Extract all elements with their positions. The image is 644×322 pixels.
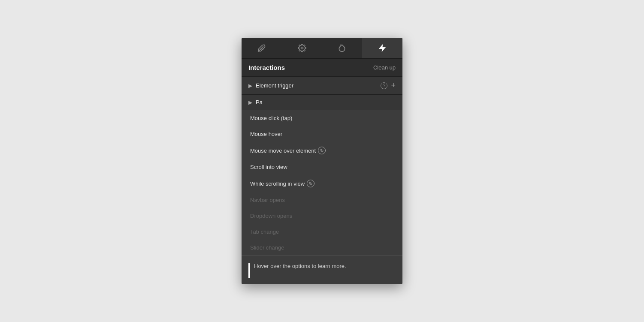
tab-brush[interactable]: [242, 38, 282, 58]
navbar-opens-label: Navbar opens: [250, 197, 285, 203]
menu-item-slider-change: Slider change: [242, 240, 402, 256]
tab-bar: [242, 38, 402, 59]
tab-change-label: Tab change: [250, 229, 279, 235]
clean-up-button[interactable]: Clean up: [373, 64, 396, 71]
drops-icon: [338, 44, 346, 52]
trigger-dropdown-menu: Mouse click (tap) Mouse hover Mouse move…: [242, 110, 402, 256]
menu-item-mouse-hover[interactable]: Mouse hover: [242, 126, 402, 142]
help-icon[interactable]: ?: [381, 82, 387, 89]
page-trigger-label: Pa: [256, 99, 263, 105]
svg-marker-3: [379, 45, 386, 52]
tab-settings[interactable]: [282, 38, 322, 58]
menu-item-mouse-click[interactable]: Mouse click (tap): [242, 110, 402, 126]
menu-item-scroll-into-view[interactable]: Scroll into view: [242, 159, 402, 175]
hint-text: Hover over the options to learn more.: [254, 262, 346, 271]
element-trigger-label: Element trigger: [256, 82, 378, 89]
menu-item-mouse-move[interactable]: Mouse move over element ↻: [242, 142, 402, 159]
spin-icon-1: ↻: [318, 147, 326, 154]
menu-item-navbar-opens: Navbar opens: [242, 192, 402, 208]
panel-header: Interactions Clean up: [242, 59, 402, 76]
menu-item-tab-change: Tab change: [242, 224, 402, 240]
chevron-right-icon-2: ▶: [248, 99, 252, 105]
dropdown-opens-label: Dropdown opens: [250, 213, 292, 219]
while-scrolling-label: While scrolling in view: [250, 181, 305, 187]
bolt-icon: [378, 44, 387, 52]
interactions-panel: Interactions Clean up ▶ Element trigger …: [242, 38, 402, 284]
mouse-click-label: Mouse click (tap): [250, 115, 292, 121]
menu-item-dropdown-opens: Dropdown opens: [242, 208, 402, 224]
menu-item-while-scrolling[interactable]: While scrolling in view ↻: [242, 175, 402, 192]
tab-drops[interactable]: [322, 38, 363, 58]
scroll-into-view-label: Scroll into view: [250, 164, 287, 170]
spin-icon-2: ↻: [307, 180, 314, 187]
svg-point-2: [301, 47, 303, 49]
chevron-right-icon: ▶: [248, 83, 252, 89]
hint-area: Hover over the options to learn more.: [242, 256, 402, 284]
slider-change-label: Slider change: [250, 244, 284, 251]
hint-bar: [248, 263, 250, 278]
add-trigger-icon[interactable]: +: [391, 81, 396, 90]
tab-interactions[interactable]: [362, 38, 402, 58]
element-trigger-section[interactable]: ▶ Element trigger ? +: [242, 76, 402, 94]
mouse-move-label: Mouse move over element: [250, 147, 316, 154]
mouse-hover-label: Mouse hover: [250, 131, 282, 137]
gear-icon: [298, 44, 306, 52]
panel-title: Interactions: [248, 64, 285, 71]
brush-icon: [257, 44, 266, 52]
page-trigger-section[interactable]: ▶ Pa: [242, 94, 402, 110]
